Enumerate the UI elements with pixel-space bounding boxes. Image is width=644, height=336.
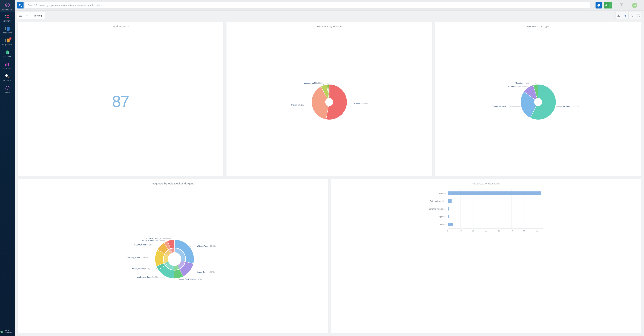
- svg-text:i: i: [8, 53, 8, 54]
- svg-rect-82: [448, 207, 449, 210]
- download-button[interactable]: [615, 12, 622, 19]
- svg-point-60: [168, 252, 181, 266]
- search-icon: [19, 4, 22, 7]
- topbar: ! 0 SA: [15, 0, 644, 10]
- card-title: Requests by Priority: [230, 25, 429, 28]
- sidebar-item-label: INSIGHT: [4, 91, 10, 93]
- chevron-down-icon[interactable]: [609, 2, 612, 8]
- card-requests-by-priority[interactable]: Requests by Priority Critical (52.9%)Urg…: [226, 22, 432, 176]
- sidebar-item-articles[interactable]: i ARTICLES: [0, 47, 15, 59]
- search-input[interactable]: [25, 2, 590, 8]
- svg-rect-19: [8, 63, 9, 66]
- dashboard-content: Total requests 87 Requests by Priority C…: [15, 19, 644, 336]
- svg-text:Scott, Michael (8%): Scott, Michael (8%): [185, 278, 202, 280]
- svg-text:Users: Users: [440, 224, 446, 226]
- add-tab-button[interactable]: [24, 12, 30, 19]
- requests-icon: !: [5, 26, 10, 31]
- card-title: Requests by Help Desk and Agent: [21, 182, 325, 185]
- database-icon: i: [5, 50, 10, 55]
- svg-text:20: 20: [472, 230, 474, 232]
- plus-icon: [26, 15, 28, 17]
- avatar[interactable]: SA: [632, 3, 637, 8]
- svg-text:1: 1: [5, 15, 6, 17]
- tab-backlog[interactable]: Backlog: [30, 12, 45, 19]
- numbered-list-icon: 12: [5, 14, 10, 19]
- svg-text:Incident (10.3%): Incident (10.3%): [507, 85, 521, 87]
- company-label: YOUR COMPANY: [4, 330, 15, 334]
- sidebar-item-settings[interactable]: SETTINGS: [0, 71, 15, 83]
- user-menu-caret[interactable]: [640, 5, 642, 6]
- donut-chart-priority: Critical (52.9%)Urgent (39.1%)Medium (5.…: [230, 78, 429, 125]
- card-requests-by-agent[interactable]: Requests by Help Desk and Agent Without …: [18, 179, 328, 333]
- alert-icon: !: [597, 4, 600, 7]
- download-icon: [618, 14, 620, 17]
- sidebar-item-mywork[interactable]: 12 MY WORK: [0, 12, 15, 24]
- svg-text:Kanin, Ethan (3.4%): Kanin, Ethan (3.4%): [142, 239, 159, 241]
- sidebar-item-insight[interactable]: INSIGHT: [0, 83, 15, 95]
- bar-chart-waiting: 010203040506070AgentsAutomatic activityE…: [334, 187, 638, 234]
- filter-icon: [624, 14, 626, 17]
- sidebar-item-label: SETTINGS: [3, 79, 12, 81]
- svg-text:30: 30: [485, 230, 487, 232]
- sidebar-item-requests[interactable]: ! REQUESTS: [0, 24, 15, 35]
- svg-text:!: !: [598, 4, 599, 6]
- hamburger-icon: [19, 15, 22, 17]
- filter-button[interactable]: [622, 12, 628, 19]
- svg-text:McArthur, James (8%): McArthur, James (8%): [134, 244, 153, 246]
- svg-text:2: 2: [5, 17, 6, 18]
- svg-rect-4: [6, 15, 10, 16]
- card-title: Total requests: [21, 25, 220, 28]
- chevron-right-icon: [13, 88, 14, 90]
- sidebar-item-label: REPORTS: [4, 67, 11, 69]
- svg-rect-6: [5, 27, 6, 30]
- main: ! 0 SA Backlog: [15, 0, 644, 336]
- schedule-button[interactable]: [628, 12, 635, 19]
- card-requests-by-type[interactable]: Requests by Type ice Requ... (57.5%)Chan…: [435, 22, 641, 176]
- svg-text:Bauer, Terry (13.8%): Bauer, Terry (13.8%): [197, 271, 215, 273]
- card-total-requests[interactable]: Total requests 87: [18, 22, 224, 176]
- svg-text:!: !: [8, 39, 8, 42]
- card-title: Requests by Type: [438, 25, 638, 28]
- tabbar-menu-button[interactable]: [17, 12, 24, 19]
- sidebar-item-label: MY WORK: [3, 20, 11, 22]
- card-requests-by-waiting[interactable]: Requests by Waiting for 010203040506070A…: [331, 179, 641, 333]
- tabbar: Backlog: [15, 10, 644, 19]
- svg-text:Anderson, John (14.9%): Anderson, John (14.9%): [137, 276, 158, 278]
- svg-text:Change Request (27.6%): Change Request (27.6%): [492, 105, 514, 107]
- svg-rect-17: [5, 64, 6, 66]
- sidebar: DASHBOARD 12 MY WORK ! REQUESTS ! 1 REQU…: [0, 0, 15, 336]
- svg-text:Question (4.6%): Question (4.6%): [516, 82, 530, 84]
- notifications-button[interactable]: !: [596, 2, 602, 8]
- total-requests-value: 87: [112, 92, 129, 111]
- clock-icon: [630, 14, 633, 17]
- svg-text:Smart, Martin (3.4%): Smart, Martin (3.4%): [132, 267, 150, 270]
- svg-rect-18: [6, 63, 8, 66]
- watch-button[interactable]: 0: [618, 3, 625, 7]
- gauge-icon: [5, 2, 10, 7]
- search-button[interactable]: [17, 2, 24, 8]
- fullscreen-button[interactable]: [635, 12, 642, 19]
- svg-text:Automatic activity: Automatic activity: [430, 200, 446, 202]
- svg-text:60: 60: [523, 230, 525, 232]
- svg-text:Critical (52.9%): Critical (52.9%): [354, 103, 368, 105]
- sidebar-item-requested[interactable]: ! 1 REQUESTED: [0, 35, 15, 47]
- svg-text:External reference: External reference: [429, 208, 446, 210]
- svg-rect-5: [6, 17, 10, 18]
- create-button[interactable]: [604, 2, 612, 8]
- sunburst-chart-agent: Without Agent (28.7%)Bauer, Terry (13.8%…: [21, 235, 325, 282]
- svg-rect-86: [448, 223, 453, 226]
- expand-icon: [637, 14, 640, 17]
- svg-text:Urgent (39.1%): Urgent (39.1%): [291, 104, 304, 106]
- sidebar-item-label: DASHBOARD: [2, 8, 12, 10]
- sidebar-item-dashboard[interactable]: DASHBOARD: [0, 0, 15, 12]
- svg-text:70: 70: [536, 230, 538, 232]
- svg-text:10: 10: [460, 230, 462, 232]
- svg-point-33: [621, 4, 622, 5]
- sidebar-item-reports[interactable]: REPORTS: [0, 59, 15, 71]
- insight-icon: [5, 85, 10, 90]
- svg-point-24: [8, 77, 9, 77]
- gears-icon: [5, 73, 10, 78]
- svg-point-25: [6, 86, 9, 90]
- svg-text:ice Requ... (57.5%): ice Requ... (57.5%): [563, 105, 580, 107]
- svg-rect-84: [448, 215, 449, 218]
